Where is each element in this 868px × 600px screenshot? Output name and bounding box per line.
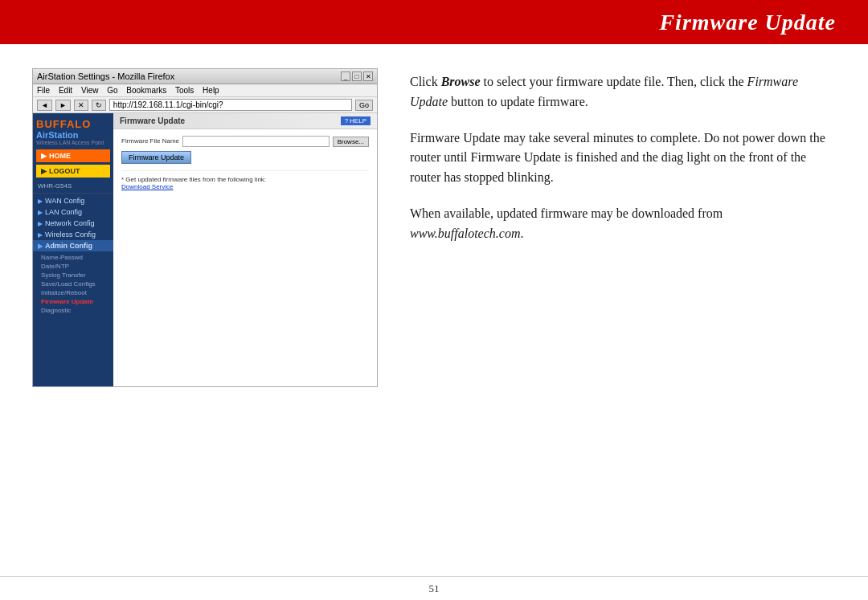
airstation-product: AirStation <box>36 130 110 140</box>
nav-wireless-label: Wireless Config <box>45 231 96 239</box>
paragraph-3-prefix: When available, updated firmware may be … <box>410 206 723 220</box>
text-panel: Click Browse to select your firmware upd… <box>402 68 836 260</box>
arrow-icon: ▶ <box>41 167 47 175</box>
help-button[interactable]: ? HELP <box>341 116 371 125</box>
sub-nav-date-ntp[interactable]: Date/NTP <box>33 262 113 271</box>
nav-wan-label: WAN Config <box>45 197 84 205</box>
logout-label: LOGOUT <box>49 167 80 175</box>
page-number: 51 <box>429 582 440 595</box>
website-url: www.buffalotech.com <box>410 227 520 240</box>
arrow-icon: ▶ <box>41 152 47 160</box>
firmware-update-button[interactable]: Firmware Update <box>121 151 191 164</box>
paragraph-3-suffix: . <box>520 227 523 240</box>
paragraph-1: Click Browse to select your firmware upd… <box>410 72 836 112</box>
footer: 51 <box>0 576 868 600</box>
download-section: * Get updated firmware files from the fo… <box>121 170 369 190</box>
nav-section: ▶ WAN Config ▶ LAN Config ▶ Network Conf… <box>33 194 113 253</box>
menu-file[interactable]: File <box>37 86 50 95</box>
address-input[interactable] <box>109 99 352 111</box>
nav-arrow-icon: ▶ <box>38 243 43 250</box>
go-button[interactable]: Go <box>355 100 373 111</box>
menu-edit[interactable]: Edit <box>59 86 72 95</box>
sub-nav-initialize[interactable]: Initialize/Reboot <box>33 288 113 297</box>
browser-controls: _ □ ✕ <box>341 71 373 81</box>
screenshot-panel: AirStation Settings - Mozilla Firefox _ … <box>32 68 378 387</box>
firmware-form-row: Firmware File Name Browse... <box>121 136 369 147</box>
menu-help[interactable]: Help <box>203 86 219 95</box>
header-bar: Firmware Update <box>0 0 868 44</box>
browse-reference: Browse <box>441 75 481 88</box>
main-content: AirStation Settings - Mozilla Firefox _ … <box>0 44 868 576</box>
browse-button[interactable]: Browse... <box>333 137 369 147</box>
home-label: HOME <box>49 152 71 160</box>
browser-addressbar: ◄ ► ✕ ↻ Go <box>33 97 377 113</box>
nav-network-label: Network Config <box>45 219 95 227</box>
menu-view[interactable]: View <box>81 86 99 95</box>
browser-minimize-btn[interactable]: _ <box>341 71 350 81</box>
router-ui: BUFFALO AirStation Wireless LAN Access P… <box>33 113 377 386</box>
browser-close-btn[interactable]: ✕ <box>363 71 373 81</box>
nav-network-config[interactable]: ▶ Network Config <box>33 218 113 229</box>
nav-wireless-config[interactable]: ▶ Wireless Config <box>33 229 113 240</box>
airstation-sub: Wireless LAN Access Point <box>36 140 110 145</box>
firmware-file-label: Firmware File Name <box>121 137 179 145</box>
content-body: Firmware File Name Browse... Firmware Up… <box>113 129 377 197</box>
sub-nav-firmware-update[interactable]: Firmware Update <box>33 297 113 306</box>
home-button[interactable]: ▶ HOME <box>36 149 110 162</box>
model-number: WHR-G54S <box>33 180 113 194</box>
buffalo-logo: BUFFALO AirStation Wireless LAN Access P… <box>33 113 113 147</box>
nav-admin-config[interactable]: ▶ Admin Config <box>33 240 113 251</box>
nav-wan-config[interactable]: ▶ WAN Config <box>33 195 113 206</box>
logout-button[interactable]: ▶ LOGOUT <box>36 165 110 178</box>
stop-button[interactable]: ✕ <box>74 100 88 111</box>
nav-admin-label: Admin Config <box>45 242 92 250</box>
paragraph-2: Firmware Update may take several minutes… <box>410 129 836 188</box>
forward-button[interactable]: ► <box>55 100 71 111</box>
download-note: * Get updated firmware files from the fo… <box>121 176 369 183</box>
content-title: Firmware Update <box>120 116 185 125</box>
nav-arrow-icon: ▶ <box>38 231 43 239</box>
firmware-file-input[interactable] <box>182 136 330 147</box>
nav-arrow-icon: ▶ <box>38 209 43 216</box>
nav-arrow-icon: ▶ <box>38 198 43 205</box>
paragraph-3: When available, updated firmware may be … <box>410 204 836 244</box>
sub-nav-diagnostic[interactable]: Diagnostic <box>33 306 113 315</box>
menu-go[interactable]: Go <box>107 86 117 95</box>
help-label: HELP <box>350 117 366 124</box>
browser-maximize-btn[interactable]: □ <box>352 71 362 81</box>
nav-lan-label: LAN Config <box>45 208 82 216</box>
router-sidebar: BUFFALO AirStation Wireless LAN Access P… <box>33 113 113 386</box>
download-service-link[interactable]: Download Service <box>121 183 173 190</box>
nav-arrow-icon: ▶ <box>38 220 43 227</box>
update-btn-row: Firmware Update <box>121 151 369 170</box>
sub-nav-save-load[interactable]: Save/Load Configs <box>33 280 113 288</box>
browser-menubar: File Edit View Go Bookmarks Tools Help <box>33 84 377 97</box>
page-title: Firmware Update <box>659 10 836 35</box>
reload-button[interactable]: ↻ <box>92 100 106 111</box>
menu-bookmarks[interactable]: Bookmarks <box>126 86 166 95</box>
browser-titlebar: AirStation Settings - Mozilla Firefox _ … <box>33 69 377 84</box>
router-content: Firmware Update ? HELP Firmware File Nam… <box>113 113 377 386</box>
buffalo-brand: BUFFALO <box>36 118 110 130</box>
question-icon: ? <box>345 117 348 124</box>
browser-title: AirStation Settings - Mozilla Firefox <box>37 71 174 81</box>
nav-lan-config[interactable]: ▶ LAN Config <box>33 206 113 218</box>
sub-nav-name-passwd[interactable]: Name-Passwd <box>33 253 113 262</box>
content-header: Firmware Update ? HELP <box>113 113 377 129</box>
sub-nav-section: Name-Passwd Date/NTP Syslog Transfer Sav… <box>33 253 113 315</box>
sub-nav-syslog[interactable]: Syslog Transfer <box>33 271 113 280</box>
menu-tools[interactable]: Tools <box>175 86 194 95</box>
back-button[interactable]: ◄ <box>37 100 52 111</box>
